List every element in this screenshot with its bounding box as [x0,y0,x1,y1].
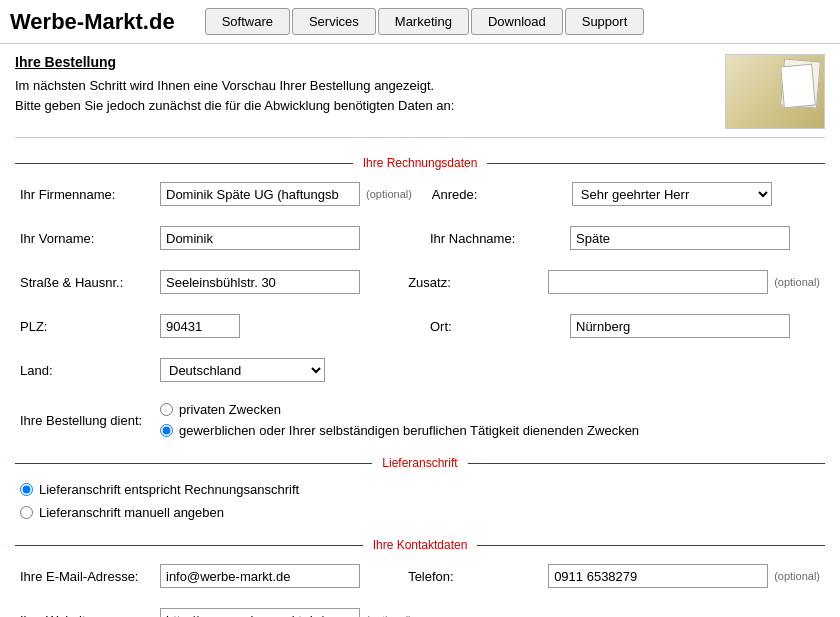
website-col-right [432,608,820,617]
email-telefon-row: Ihre E-Mail-Adresse: Telefon: (optional) [20,564,820,598]
land-label: Land: [20,363,160,378]
website-col: Ihre Website: (optional) [20,608,412,617]
nachname-label: Ihr Nachname: [430,231,570,246]
lieferanschrift-section-divider: Lieferanschrift [15,456,825,470]
email-label: Ihre E-Mail-Adresse: [20,569,160,584]
firmenname-label: Ihr Firmenname: [20,187,160,202]
vorname-label: Ihr Vorname: [20,231,160,246]
firmenname-field: (optional) [160,182,412,206]
lieferanschrift-form: Lieferanschrift entspricht Rechnungsansc… [15,482,825,520]
nachname-col: Ihr Nachname: [430,226,820,260]
firmenname-col: Ihr Firmenname: (optional) [20,182,412,216]
zweck-row: Ihre Bestellung dient: privaten Zwecken … [20,402,820,438]
website-label: Ihre Website: [20,613,160,618]
land-row-inner: Land: Deutschland Österreich Schweiz [20,358,410,382]
lieferanschrift-manuell-radio[interactable] [20,506,33,519]
ort-label: Ort: [430,319,570,334]
anrede-select[interactable]: Sehr geehrter Herr Sehr geehrte Frau [572,182,772,206]
nav-download[interactable]: Download [471,8,563,35]
zusatz-input[interactable] [548,270,768,294]
lieferanschrift-section-label: Lieferanschrift [372,456,467,470]
website-input[interactable] [160,608,360,617]
billing-section-label: Ihre Rechnungsdaten [353,156,488,170]
order-desc-line2: Bitte geben Sie jedoch zunächst die für … [15,98,454,113]
nachname-row: Ihr Nachname: [430,226,820,250]
telefon-input[interactable] [548,564,768,588]
vorname-row: Ihr Vorname: [20,226,410,250]
telefon-optional: (optional) [774,570,820,582]
zweck-gewerblich-label: gewerblichen oder Ihrer selbständigen be… [179,423,639,438]
website-row-inner: Ihre Website: (optional) [20,608,412,617]
order-title-section: Ihre Bestellung Im nächsten Schritt wird… [15,54,825,138]
vorname-input[interactable] [160,226,360,250]
plz-col: PLZ: [20,314,410,348]
firmenname-row: Ihr Firmenname: (optional) [20,182,412,206]
zusatz-col: Zusatz: (optional) [408,270,820,304]
strasse-row: Straße & Hausnr.: [20,270,388,294]
zusatz-optional: (optional) [774,276,820,288]
zusatz-field: (optional) [548,270,820,294]
lieferanschrift-gleich-radio[interactable] [20,483,33,496]
website-row: Ihre Website: (optional) [20,608,820,617]
kontakt-section-divider: Ihre Kontaktdaten [15,538,825,552]
telefon-field: (optional) [548,564,820,588]
zusatz-label: Zusatz: [408,275,548,290]
email-input[interactable] [160,564,360,588]
ort-input[interactable] [570,314,790,338]
telefon-row: Telefon: (optional) [408,564,820,588]
plz-ort-row: PLZ: Ort: [20,314,820,348]
anrede-row: Anrede: Sehr geehrter Herr Sehr geehrte … [432,182,820,206]
zweck-privat-option[interactable]: privaten Zwecken [160,402,639,417]
strasse-zusatz-row: Straße & Hausnr.: Zusatz: (optional) [20,270,820,304]
zweck-privat-radio[interactable] [160,403,173,416]
main-content: Ihre Bestellung Im nächsten Schritt wird… [0,44,840,617]
order-image [725,54,825,129]
telefon-col: Telefon: (optional) [408,564,820,598]
lieferanschrift-gleich-option[interactable]: Lieferanschrift entspricht Rechnungsansc… [20,482,820,497]
firmenname-optional: (optional) [366,188,412,200]
land-col: Land: Deutschland Österreich Schweiz [20,358,410,392]
anrede-col: Anrede: Sehr geehrter Herr Sehr geehrte … [432,182,820,216]
firmenname-anrede-row: Ihr Firmenname: (optional) Anrede: Sehr … [20,182,820,216]
kontakt-section-label: Ihre Kontaktdaten [363,538,478,552]
strasse-label: Straße & Hausnr.: [20,275,160,290]
order-desc-line1: Im nächsten Schritt wird Ihnen eine Vors… [15,78,434,93]
order-description: Im nächsten Schritt wird Ihnen eine Vors… [15,76,454,115]
zweck-radio-group: privaten Zwecken gewerblichen oder Ihrer… [160,402,639,438]
site-logo: Werbe-Markt.de [10,9,175,35]
kontakt-form: Ihre E-Mail-Adresse: Telefon: (optional)… [15,564,825,617]
land-col-right [430,358,820,392]
strasse-input[interactable] [160,270,360,294]
telefon-label: Telefon: [408,569,548,584]
nav-marketing[interactable]: Marketing [378,8,469,35]
zweck-label: Ihre Bestellung dient: [20,413,160,428]
billing-form: Ihr Firmenname: (optional) Anrede: Sehr … [15,182,825,438]
strasse-col: Straße & Hausnr.: [20,270,388,304]
firmenname-input[interactable] [160,182,360,206]
nav-services[interactable]: Services [292,8,376,35]
anrede-label: Anrede: [432,187,572,202]
lieferanschrift-manuell-option[interactable]: Lieferanschrift manuell angeben [20,505,820,520]
zusatz-row: Zusatz: (optional) [408,270,820,294]
header: Werbe-Markt.de Software Services Marketi… [0,0,840,44]
order-title: Ihre Bestellung [15,54,454,70]
zweck-gewerblich-option[interactable]: gewerblichen oder Ihrer selbständigen be… [160,423,639,438]
zweck-gewerblich-radio[interactable] [160,424,173,437]
anrede-field: Sehr geehrter Herr Sehr geehrte Frau [572,182,772,206]
plz-input[interactable] [160,314,240,338]
lieferanschrift-manuell-label: Lieferanschrift manuell angeben [39,505,224,520]
nachname-input[interactable] [570,226,790,250]
nav-support[interactable]: Support [565,8,645,35]
zweck-privat-label: privaten Zwecken [179,402,281,417]
land-row: Land: Deutschland Österreich Schweiz [20,358,820,392]
ort-col: Ort: [430,314,820,348]
email-col: Ihre E-Mail-Adresse: [20,564,388,598]
ort-row: Ort: [430,314,820,338]
vorname-col: Ihr Vorname: [20,226,410,260]
land-select[interactable]: Deutschland Österreich Schweiz [160,358,325,382]
billing-section-divider: Ihre Rechnungsdaten [15,156,825,170]
plz-row: PLZ: [20,314,410,338]
plz-label: PLZ: [20,319,160,334]
website-field: (optional) [160,608,412,617]
nav-software[interactable]: Software [205,8,290,35]
